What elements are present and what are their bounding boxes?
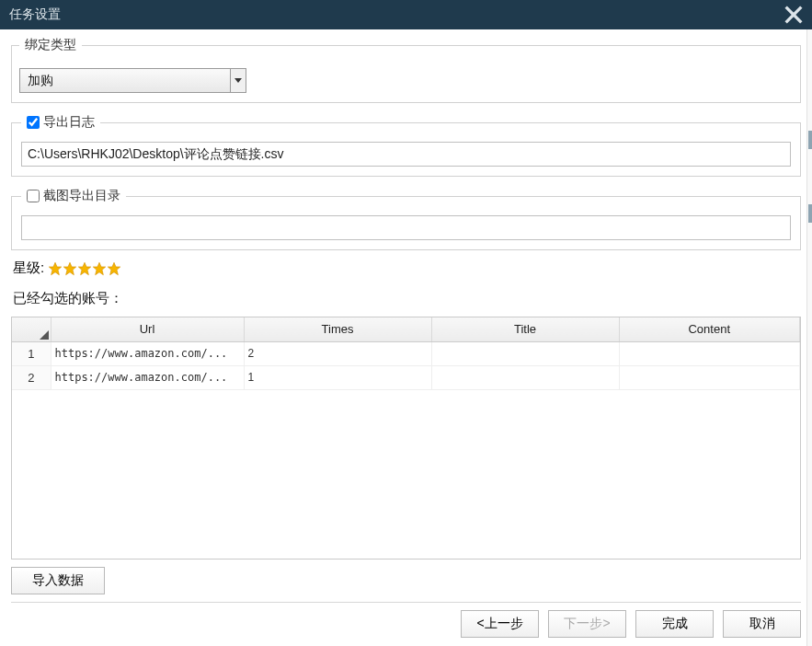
cell-url[interactable]: https://www.amazon.com/...	[51, 341, 244, 365]
table-row[interactable]: 2 https://www.amazon.com/... 1	[12, 365, 800, 389]
finish-button[interactable]: 完成	[635, 610, 714, 638]
star-icon	[48, 261, 63, 276]
cancel-button[interactable]: 取消	[723, 610, 801, 638]
export-log-legend: 导出日志	[21, 112, 100, 133]
export-log-checkbox[interactable]	[27, 116, 40, 129]
col-content[interactable]: Content	[619, 317, 800, 341]
close-icon	[784, 6, 803, 24]
cell-content[interactable]	[619, 341, 800, 365]
svg-marker-7	[109, 262, 120, 274]
close-button[interactable]	[784, 6, 803, 24]
screenshot-dir-path-input[interactable]	[21, 215, 791, 240]
col-times[interactable]: Times	[244, 317, 431, 341]
star-icon	[77, 261, 92, 276]
svg-marker-6	[94, 262, 106, 274]
chevron-down-icon	[234, 78, 242, 83]
rating-label: 星级:	[13, 260, 44, 277]
scrollbar-stub	[808, 204, 812, 223]
next-button: 下一步>	[548, 610, 626, 638]
bind-type-combobox[interactable]: 加购	[19, 68, 246, 93]
bind-type-legend: 绑定类型	[19, 35, 82, 55]
svg-marker-5	[79, 262, 91, 274]
scrollbar-stub	[808, 131, 812, 149]
import-row: 导入数据	[11, 567, 801, 594]
prev-button[interactable]: <上一步	[461, 610, 539, 638]
screenshot-dir-fieldset: 截图导出目录	[11, 186, 801, 250]
cell-title[interactable]	[431, 365, 619, 389]
accounts-table[interactable]: Url Times Title Content 1 https://www.am…	[11, 317, 801, 559]
star-icon	[107, 261, 121, 276]
export-log-label: 导出日志	[43, 114, 95, 131]
svg-marker-2	[234, 78, 242, 83]
cell-content[interactable]	[619, 365, 800, 389]
bind-type-fieldset: 绑定类型 加购	[11, 35, 801, 103]
cell-times[interactable]: 1	[244, 365, 431, 389]
bind-type-dropdown-button[interactable]	[230, 69, 246, 92]
scrollbar-track[interactable]	[806, 29, 812, 646]
task-settings-window: 任务设置 绑定类型 加购 导出日志 截图导出目录	[0, 0, 812, 646]
export-log-fieldset: 导出日志	[11, 112, 801, 177]
rating-stars[interactable]	[48, 261, 121, 276]
star-icon	[63, 261, 77, 276]
col-title[interactable]: Title	[431, 317, 619, 341]
col-url[interactable]: Url	[51, 317, 244, 341]
selected-accounts-label: 已经勾选的账号：	[13, 290, 801, 307]
export-log-path-input[interactable]	[21, 142, 791, 167]
screenshot-dir-label: 截图导出目录	[43, 188, 120, 204]
cell-url[interactable]: https://www.amazon.com/...	[51, 365, 244, 389]
cell-rownum: 1	[12, 341, 51, 365]
table-row[interactable]: 1 https://www.amazon.com/... 2	[12, 341, 800, 365]
col-rownum[interactable]	[12, 317, 51, 341]
screenshot-dir-checkbox[interactable]	[27, 190, 40, 202]
svg-marker-3	[50, 262, 62, 274]
wizard-footer: <上一步 下一步> 完成 取消	[11, 602, 801, 638]
star-icon	[92, 261, 107, 276]
titlebar: 任务设置	[0, 0, 812, 29]
cell-rownum: 2	[12, 365, 51, 389]
screenshot-dir-legend: 截图导出目录	[21, 186, 126, 206]
content-area: 绑定类型 加购 导出日志 截图导出目录 星级:	[0, 29, 812, 646]
bind-type-selected: 加购	[20, 69, 230, 92]
cell-times[interactable]: 2	[244, 341, 431, 365]
import-data-button[interactable]: 导入数据	[11, 567, 105, 594]
svg-marker-4	[64, 262, 76, 274]
cell-title[interactable]	[431, 341, 619, 365]
table-header-row: Url Times Title Content	[12, 317, 800, 341]
rating-row: 星级:	[13, 260, 801, 277]
window-title: 任务设置	[9, 6, 61, 23]
